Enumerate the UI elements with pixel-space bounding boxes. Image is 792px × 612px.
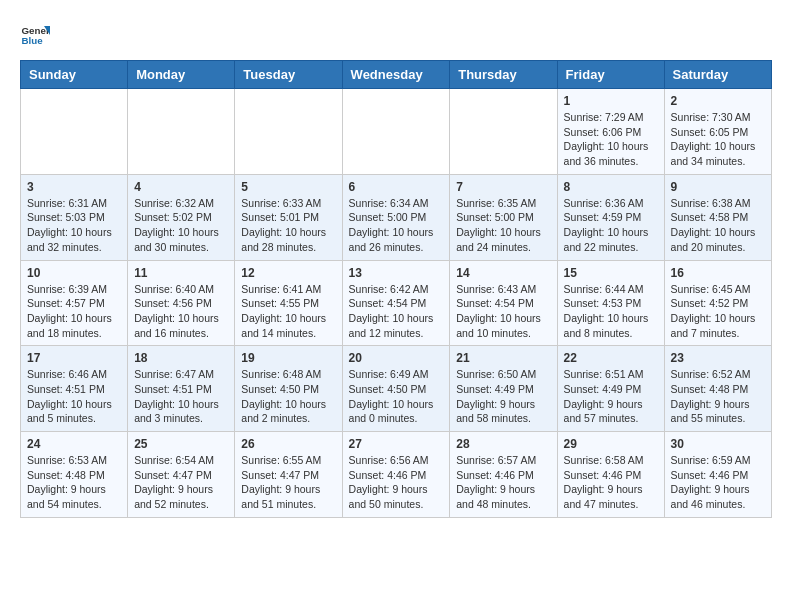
calendar-cell: 15Sunrise: 6:44 AM Sunset: 4:53 PM Dayli… xyxy=(557,260,664,346)
day-info: Sunrise: 6:45 AM Sunset: 4:52 PM Dayligh… xyxy=(671,282,765,341)
col-header-sunday: Sunday xyxy=(21,61,128,89)
day-info: Sunrise: 6:34 AM Sunset: 5:00 PM Dayligh… xyxy=(349,196,444,255)
day-number: 19 xyxy=(241,351,335,365)
day-info: Sunrise: 6:35 AM Sunset: 5:00 PM Dayligh… xyxy=(456,196,550,255)
logo-icon: General Blue xyxy=(20,20,50,50)
day-number: 30 xyxy=(671,437,765,451)
day-info: Sunrise: 6:32 AM Sunset: 5:02 PM Dayligh… xyxy=(134,196,228,255)
calendar-cell: 26Sunrise: 6:55 AM Sunset: 4:47 PM Dayli… xyxy=(235,432,342,518)
calendar-cell xyxy=(21,89,128,175)
logo: General Blue xyxy=(20,20,50,50)
day-info: Sunrise: 6:53 AM Sunset: 4:48 PM Dayligh… xyxy=(27,453,121,512)
col-header-wednesday: Wednesday xyxy=(342,61,450,89)
day-info: Sunrise: 6:36 AM Sunset: 4:59 PM Dayligh… xyxy=(564,196,658,255)
svg-text:Blue: Blue xyxy=(22,35,44,46)
calendar-cell: 12Sunrise: 6:41 AM Sunset: 4:55 PM Dayli… xyxy=(235,260,342,346)
day-info: Sunrise: 6:47 AM Sunset: 4:51 PM Dayligh… xyxy=(134,367,228,426)
day-number: 23 xyxy=(671,351,765,365)
calendar-cell: 20Sunrise: 6:49 AM Sunset: 4:50 PM Dayli… xyxy=(342,346,450,432)
calendar-cell: 4Sunrise: 6:32 AM Sunset: 5:02 PM Daylig… xyxy=(128,174,235,260)
day-number: 18 xyxy=(134,351,228,365)
day-info: Sunrise: 6:38 AM Sunset: 4:58 PM Dayligh… xyxy=(671,196,765,255)
calendar-cell: 6Sunrise: 6:34 AM Sunset: 5:00 PM Daylig… xyxy=(342,174,450,260)
day-info: Sunrise: 6:52 AM Sunset: 4:48 PM Dayligh… xyxy=(671,367,765,426)
calendar-cell: 23Sunrise: 6:52 AM Sunset: 4:48 PM Dayli… xyxy=(664,346,771,432)
day-info: Sunrise: 6:33 AM Sunset: 5:01 PM Dayligh… xyxy=(241,196,335,255)
day-info: Sunrise: 6:42 AM Sunset: 4:54 PM Dayligh… xyxy=(349,282,444,341)
day-number: 22 xyxy=(564,351,658,365)
calendar-cell: 11Sunrise: 6:40 AM Sunset: 4:56 PM Dayli… xyxy=(128,260,235,346)
calendar-cell: 2Sunrise: 7:30 AM Sunset: 6:05 PM Daylig… xyxy=(664,89,771,175)
col-header-thursday: Thursday xyxy=(450,61,557,89)
day-number: 15 xyxy=(564,266,658,280)
day-number: 14 xyxy=(456,266,550,280)
day-info: Sunrise: 6:46 AM Sunset: 4:51 PM Dayligh… xyxy=(27,367,121,426)
calendar-cell: 10Sunrise: 6:39 AM Sunset: 4:57 PM Dayli… xyxy=(21,260,128,346)
day-number: 13 xyxy=(349,266,444,280)
day-info: Sunrise: 6:48 AM Sunset: 4:50 PM Dayligh… xyxy=(241,367,335,426)
day-number: 3 xyxy=(27,180,121,194)
calendar-cell: 29Sunrise: 6:58 AM Sunset: 4:46 PM Dayli… xyxy=(557,432,664,518)
calendar-week-row: 10Sunrise: 6:39 AM Sunset: 4:57 PM Dayli… xyxy=(21,260,772,346)
day-number: 20 xyxy=(349,351,444,365)
calendar-cell: 28Sunrise: 6:57 AM Sunset: 4:46 PM Dayli… xyxy=(450,432,557,518)
calendar-cell: 21Sunrise: 6:50 AM Sunset: 4:49 PM Dayli… xyxy=(450,346,557,432)
col-header-saturday: Saturday xyxy=(664,61,771,89)
day-number: 11 xyxy=(134,266,228,280)
day-info: Sunrise: 6:56 AM Sunset: 4:46 PM Dayligh… xyxy=(349,453,444,512)
calendar-cell xyxy=(128,89,235,175)
day-number: 26 xyxy=(241,437,335,451)
col-header-tuesday: Tuesday xyxy=(235,61,342,89)
calendar-cell: 24Sunrise: 6:53 AM Sunset: 4:48 PM Dayli… xyxy=(21,432,128,518)
calendar-table: SundayMondayTuesdayWednesdayThursdayFrid… xyxy=(20,60,772,518)
day-number: 2 xyxy=(671,94,765,108)
day-number: 29 xyxy=(564,437,658,451)
day-info: Sunrise: 6:51 AM Sunset: 4:49 PM Dayligh… xyxy=(564,367,658,426)
calendar-week-row: 17Sunrise: 6:46 AM Sunset: 4:51 PM Dayli… xyxy=(21,346,772,432)
calendar-week-row: 24Sunrise: 6:53 AM Sunset: 4:48 PM Dayli… xyxy=(21,432,772,518)
calendar-cell: 25Sunrise: 6:54 AM Sunset: 4:47 PM Dayli… xyxy=(128,432,235,518)
calendar-week-row: 3Sunrise: 6:31 AM Sunset: 5:03 PM Daylig… xyxy=(21,174,772,260)
day-number: 10 xyxy=(27,266,121,280)
day-info: Sunrise: 6:41 AM Sunset: 4:55 PM Dayligh… xyxy=(241,282,335,341)
day-info: Sunrise: 6:49 AM Sunset: 4:50 PM Dayligh… xyxy=(349,367,444,426)
calendar-cell xyxy=(450,89,557,175)
calendar-cell: 9Sunrise: 6:38 AM Sunset: 4:58 PM Daylig… xyxy=(664,174,771,260)
calendar-cell: 17Sunrise: 6:46 AM Sunset: 4:51 PM Dayli… xyxy=(21,346,128,432)
day-info: Sunrise: 6:39 AM Sunset: 4:57 PM Dayligh… xyxy=(27,282,121,341)
day-number: 25 xyxy=(134,437,228,451)
calendar-week-row: 1Sunrise: 7:29 AM Sunset: 6:06 PM Daylig… xyxy=(21,89,772,175)
day-info: Sunrise: 6:55 AM Sunset: 4:47 PM Dayligh… xyxy=(241,453,335,512)
day-number: 8 xyxy=(564,180,658,194)
calendar-header-row: SundayMondayTuesdayWednesdayThursdayFrid… xyxy=(21,61,772,89)
day-info: Sunrise: 6:54 AM Sunset: 4:47 PM Dayligh… xyxy=(134,453,228,512)
calendar-cell: 5Sunrise: 6:33 AM Sunset: 5:01 PM Daylig… xyxy=(235,174,342,260)
day-info: Sunrise: 6:31 AM Sunset: 5:03 PM Dayligh… xyxy=(27,196,121,255)
day-info: Sunrise: 7:29 AM Sunset: 6:06 PM Dayligh… xyxy=(564,110,658,169)
day-info: Sunrise: 7:30 AM Sunset: 6:05 PM Dayligh… xyxy=(671,110,765,169)
day-info: Sunrise: 6:59 AM Sunset: 4:46 PM Dayligh… xyxy=(671,453,765,512)
day-info: Sunrise: 6:57 AM Sunset: 4:46 PM Dayligh… xyxy=(456,453,550,512)
day-info: Sunrise: 6:44 AM Sunset: 4:53 PM Dayligh… xyxy=(564,282,658,341)
day-info: Sunrise: 6:50 AM Sunset: 4:49 PM Dayligh… xyxy=(456,367,550,426)
calendar-cell: 19Sunrise: 6:48 AM Sunset: 4:50 PM Dayli… xyxy=(235,346,342,432)
day-number: 17 xyxy=(27,351,121,365)
calendar-cell: 18Sunrise: 6:47 AM Sunset: 4:51 PM Dayli… xyxy=(128,346,235,432)
day-number: 24 xyxy=(27,437,121,451)
day-number: 21 xyxy=(456,351,550,365)
day-number: 4 xyxy=(134,180,228,194)
day-number: 9 xyxy=(671,180,765,194)
calendar-cell: 13Sunrise: 6:42 AM Sunset: 4:54 PM Dayli… xyxy=(342,260,450,346)
day-number: 27 xyxy=(349,437,444,451)
calendar-cell: 22Sunrise: 6:51 AM Sunset: 4:49 PM Dayli… xyxy=(557,346,664,432)
calendar-cell xyxy=(235,89,342,175)
calendar-cell: 8Sunrise: 6:36 AM Sunset: 4:59 PM Daylig… xyxy=(557,174,664,260)
day-info: Sunrise: 6:40 AM Sunset: 4:56 PM Dayligh… xyxy=(134,282,228,341)
day-info: Sunrise: 6:43 AM Sunset: 4:54 PM Dayligh… xyxy=(456,282,550,341)
day-number: 12 xyxy=(241,266,335,280)
calendar-cell: 1Sunrise: 7:29 AM Sunset: 6:06 PM Daylig… xyxy=(557,89,664,175)
day-info: Sunrise: 6:58 AM Sunset: 4:46 PM Dayligh… xyxy=(564,453,658,512)
day-number: 6 xyxy=(349,180,444,194)
col-header-monday: Monday xyxy=(128,61,235,89)
calendar-cell: 30Sunrise: 6:59 AM Sunset: 4:46 PM Dayli… xyxy=(664,432,771,518)
